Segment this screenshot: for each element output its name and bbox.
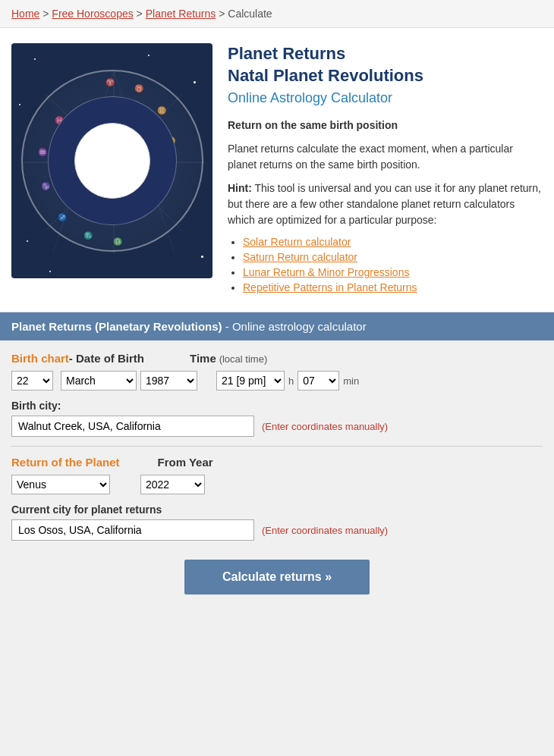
- breadcrumb-planet-returns[interactable]: Planet Returns: [146, 8, 216, 20]
- lunar-return-link[interactable]: Lunar Return & Minor Progressions: [243, 266, 409, 278]
- calculate-button[interactable]: Calculate returns »: [184, 560, 370, 594]
- list-item: Lunar Return & Minor Progressions: [243, 266, 543, 278]
- from-year-label: From Year: [158, 456, 213, 469]
- calc-header-title: Planet Returns (Planetary Revolutions): [11, 320, 222, 333]
- min-select[interactable]: 00010203 04050607 08091015 202530: [297, 371, 339, 391]
- hint-label: Hint:: [228, 182, 252, 194]
- svg-text:♈: ♈: [105, 77, 115, 87]
- star: [34, 58, 36, 60]
- return-section: Return of the Planet From Year Sun Moon …: [11, 456, 543, 494]
- current-coord-link[interactable]: (Enter coordinates manually): [262, 525, 388, 536]
- birth-city-section: Birth city: (Enter coordinates manually): [11, 400, 543, 437]
- calc-btn-row: Calculate returns »: [11, 560, 543, 594]
- birth-city-row: (Enter coordinates manually): [11, 416, 543, 437]
- return-description: Return on the same birth position Planet…: [228, 118, 543, 228]
- star: [19, 104, 20, 105]
- list-item: Solar Return calculator: [243, 236, 543, 248]
- birth-city-input[interactable]: [11, 416, 254, 437]
- list-item: Saturn Return calculator: [243, 251, 543, 263]
- hint-text: Hint: This tool is universal and you can…: [228, 180, 543, 228]
- breadcrumb-home[interactable]: Home: [11, 8, 39, 20]
- return-heading: Return on the same birth position: [228, 119, 398, 131]
- hero-title-line2: Natal Planet Revolutions: [228, 65, 543, 87]
- calc-header-sub: - Online astrology calculator: [222, 320, 367, 333]
- svg-text:♐: ♐: [58, 212, 68, 222]
- svg-text:♊: ♊: [157, 105, 167, 115]
- hero-title-line1: Planet Returns: [228, 43, 543, 65]
- breadcrumb-current: Calculate: [228, 8, 272, 20]
- current-city-section: Current city for planet returns (Enter c…: [11, 503, 543, 541]
- breadcrumb: Home > Free Horoscopes > Planet Returns …: [0, 0, 554, 28]
- list-item: Repetitive Patterns in Planet Returns: [243, 281, 543, 293]
- svg-text:♉: ♉: [134, 83, 144, 93]
- hero-content: Planet Returns Natal Planet Revolutions …: [228, 43, 543, 296]
- hero-subtitle: Online Astrology Calculator: [228, 90, 543, 106]
- current-city-input[interactable]: [11, 519, 254, 541]
- from-year-select[interactable]: 201820192020 202120222023 20242025: [140, 475, 205, 494]
- svg-text:♑: ♑: [41, 181, 51, 191]
- saturn-return-link[interactable]: Saturn Return calculator: [243, 251, 357, 263]
- calculator-section: Planet Returns (Planetary Revolutions) -…: [0, 312, 554, 613]
- birth-section-label: Birth chart - Date of Birth Time (local …: [11, 352, 543, 365]
- calculator-header: Planet Returns (Planetary Revolutions) -…: [0, 312, 554, 340]
- time-group: 0 [12 am]1 [1 am]2 [2 am] 3 [3 am]4 [4 a…: [216, 371, 359, 391]
- repetitive-patterns-link[interactable]: Repetitive Patterns in Planet Returns: [243, 281, 417, 293]
- chart-image: ♈ ♉ ♊ ♋ ♌ ♍ ♎ ♏ ♐ ♑ ♒ ♓ ♀ → ♄ ♀: [11, 43, 212, 278]
- month-select[interactable]: January February March April May June Ju…: [61, 371, 137, 391]
- return-desc1: Planet returns calculate the exact momen…: [228, 141, 543, 173]
- time-label: Time: [190, 352, 216, 365]
- return-selects: Sun Moon Mercury Venus Mars Jupiter Satu…: [11, 475, 543, 494]
- return-planet-label: Return of the Planet: [11, 456, 120, 469]
- section-divider: [11, 446, 543, 447]
- chart-inner-ring: [74, 123, 150, 199]
- calculator-links: Solar Return calculator Saturn Return ca…: [228, 236, 543, 293]
- current-city-row: (Enter coordinates manually): [11, 519, 543, 541]
- breadcrumb-free-horoscopes[interactable]: Free Horoscopes: [52, 8, 133, 20]
- birth-sub-label: - Date of Birth: [69, 352, 144, 365]
- calculator-body: Birth chart - Date of Birth Time (local …: [0, 340, 554, 613]
- date-time-row: (function(){ var sel = document.querySel…: [11, 371, 543, 391]
- min-label: min: [343, 375, 359, 387]
- h-label: h: [288, 375, 294, 387]
- year-select[interactable]: 198019811982 198319841985 198619871988 1…: [140, 371, 197, 391]
- birth-city-label: Birth city:: [11, 400, 543, 412]
- star: [148, 55, 150, 56]
- birth-coord-link[interactable]: (Enter coordinates manually): [262, 421, 388, 432]
- hint-body: This tool is universal and you can use i…: [228, 182, 541, 226]
- star: [49, 271, 51, 272]
- time-note: (local time): [219, 353, 268, 365]
- hour-select[interactable]: 0 [12 am]1 [1 am]2 [2 am] 3 [3 am]4 [4 a…: [216, 371, 285, 391]
- current-city-label: Current city for planet returns: [11, 503, 543, 516]
- svg-text:♏: ♏: [83, 231, 93, 240]
- svg-text:♒: ♒: [38, 147, 48, 157]
- svg-text:♎: ♎: [113, 237, 123, 246]
- solar-return-link[interactable]: Solar Return calculator: [243, 236, 351, 248]
- hero-section: ♈ ♉ ♊ ♋ ♌ ♍ ♎ ♏ ♐ ♑ ♒ ♓ ♀ → ♄ ♀: [0, 28, 554, 312]
- planet-select[interactable]: Sun Moon Mercury Venus Mars Jupiter Satu…: [11, 475, 110, 494]
- day-select[interactable]: (function(){ var sel = document.querySel…: [11, 371, 53, 391]
- star: [201, 256, 203, 258]
- return-top-labels: Return of the Planet From Year: [11, 456, 543, 469]
- birth-chart-label: Birth chart: [11, 352, 69, 365]
